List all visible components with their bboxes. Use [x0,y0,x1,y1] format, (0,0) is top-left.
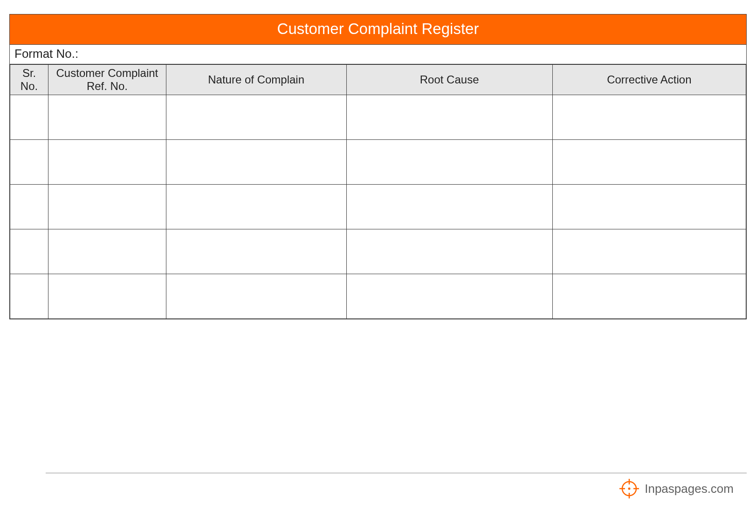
col-header-root: Root Cause [346,65,552,95]
cell-root[interactable] [346,95,552,140]
cell-sr[interactable] [10,95,48,140]
col-header-sr: Sr. No. [10,65,48,95]
cell-nature[interactable] [166,95,346,140]
cell-sr[interactable] [10,140,48,185]
complaint-register: Customer Complaint Register Format No.: … [9,14,747,319]
cell-nature[interactable] [166,229,346,274]
complaint-table: Sr. No. Customer Complaint Ref. No. Natu… [10,64,746,319]
cell-root[interactable] [346,140,552,185]
footer: Inpaspages.com [46,473,747,499]
cell-ref[interactable] [48,274,166,319]
cell-corrective[interactable] [552,95,746,140]
page-title: Customer Complaint Register [10,14,746,45]
cell-ref[interactable] [48,185,166,229]
table-row [10,274,746,319]
cell-root[interactable] [346,185,552,229]
cell-ref[interactable] [48,95,166,140]
cell-corrective[interactable] [552,185,746,229]
svg-point-5 [628,488,631,490]
brand-text: Inpaspages.com [645,482,734,496]
crosshair-icon [619,478,640,499]
cell-root[interactable] [346,229,552,274]
format-no-label: Format No.: [10,45,746,64]
cell-root[interactable] [346,274,552,319]
cell-sr[interactable] [10,274,48,319]
cell-corrective[interactable] [552,229,746,274]
cell-ref[interactable] [48,140,166,185]
table-row [10,185,746,229]
cell-ref[interactable] [48,229,166,274]
cell-nature[interactable] [166,140,346,185]
col-header-corrective: Corrective Action [552,65,746,95]
brand: Inpaspages.com [46,478,747,499]
cell-corrective[interactable] [552,140,746,185]
table-row [10,95,746,140]
cell-sr[interactable] [10,185,48,229]
cell-corrective[interactable] [552,274,746,319]
col-header-ref: Customer Complaint Ref. No. [48,65,166,95]
footer-divider [46,473,747,473]
table-row [10,229,746,274]
cell-nature[interactable] [166,274,346,319]
col-header-nature: Nature of Complain [166,65,346,95]
cell-sr[interactable] [10,229,48,274]
table-row [10,140,746,185]
cell-nature[interactable] [166,185,346,229]
